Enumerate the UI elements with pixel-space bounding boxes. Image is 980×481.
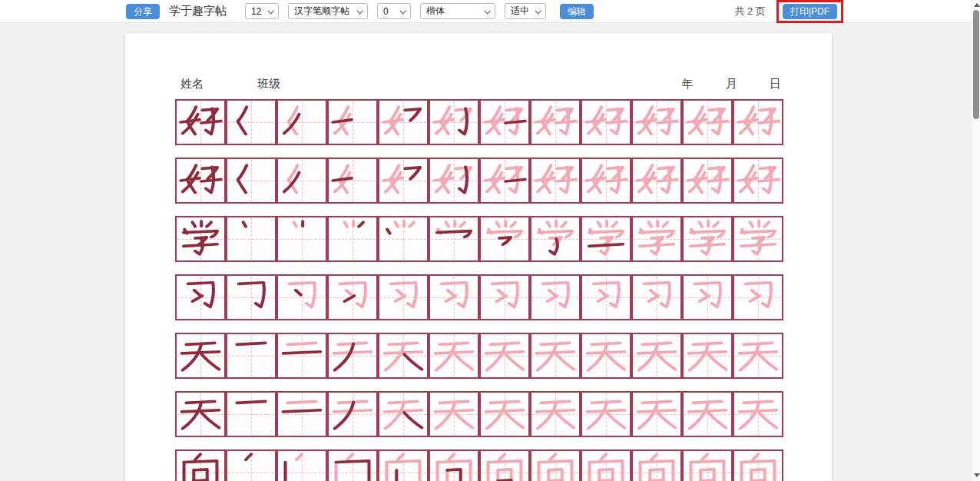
practice-cell <box>682 449 733 481</box>
practice-row <box>175 158 832 204</box>
practice-cell <box>226 449 276 481</box>
practice-cell <box>429 216 479 262</box>
toolbar-right-group: 共 2 页 打印|PDF <box>734 2 843 21</box>
practice-cell <box>327 274 378 320</box>
practice-cell <box>175 158 226 204</box>
practice-cell <box>175 99 226 145</box>
practice-cell <box>175 391 226 437</box>
share-button[interactable]: 分享 <box>126 4 160 19</box>
practice-cell <box>733 99 783 145</box>
practice-cell <box>682 216 733 262</box>
practice-cell <box>733 449 783 481</box>
practice-cell <box>530 449 581 481</box>
practice-cell <box>429 158 479 204</box>
practice-cell <box>733 158 783 204</box>
year-label: 年 <box>682 77 694 90</box>
font-size-select[interactable]: 12 <box>245 3 279 19</box>
practice-cell <box>327 391 378 437</box>
practice-cell <box>479 216 530 262</box>
practice-cell <box>479 158 530 204</box>
name-label: 姓名 <box>180 77 204 90</box>
page-count-label: 共 2 页 <box>734 5 765 18</box>
practice-cell <box>479 449 530 481</box>
practice-cell <box>226 216 276 262</box>
practice-cell <box>175 333 226 379</box>
chevron-down-icon <box>356 8 363 14</box>
practice-cell <box>175 449 226 481</box>
practice-cell <box>631 449 682 481</box>
practice-cell <box>378 158 429 204</box>
practice-cell <box>479 333 530 379</box>
practice-cell <box>276 391 327 437</box>
practice-cell <box>327 333 378 379</box>
practice-cell <box>276 274 327 320</box>
month-label: 月 <box>726 77 737 90</box>
practice-cell <box>276 216 327 262</box>
practice-cell <box>682 99 733 145</box>
practice-cell <box>378 333 429 379</box>
practice-cell <box>429 99 479 145</box>
sheet-header-right: 年 月 日 <box>653 77 781 91</box>
scroll-up-icon[interactable] <box>974 3 980 7</box>
scrollbar-thumb[interactable] <box>973 10 979 119</box>
practice-cell <box>327 216 378 262</box>
practice-cell <box>276 449 327 481</box>
sheet-header: 姓名 班级 年 月 日 <box>125 33 832 91</box>
practice-cell <box>479 274 530 320</box>
practice-cell <box>733 216 783 262</box>
offset-value: 0 <box>383 6 389 17</box>
practice-row <box>175 216 832 262</box>
practice-cell <box>530 216 581 262</box>
practice-cell <box>682 274 733 320</box>
day-label: 日 <box>770 77 781 90</box>
practice-cell <box>429 449 479 481</box>
practice-cell <box>581 158 631 204</box>
practice-cell <box>175 274 226 320</box>
density-select[interactable]: 适中 <box>505 3 546 19</box>
practice-cell <box>682 333 733 379</box>
practice-cell <box>429 391 479 437</box>
practice-cell <box>682 158 733 204</box>
practice-cell <box>479 391 530 437</box>
practice-row <box>175 99 832 145</box>
practice-cell <box>631 99 682 145</box>
practice-row <box>175 391 832 437</box>
practice-grid <box>175 99 832 481</box>
practice-cell <box>581 99 631 145</box>
practice-cell <box>530 99 581 145</box>
print-pdf-button[interactable]: 打印|PDF <box>783 4 837 19</box>
practice-cell <box>226 274 276 320</box>
practice-cell <box>631 158 682 204</box>
practice-cell <box>682 391 733 437</box>
practice-cell <box>226 391 276 437</box>
template-value: 汉字笔顺字帖 <box>294 5 349 18</box>
practice-cell <box>581 333 631 379</box>
practice-cell <box>530 333 581 379</box>
practice-cell <box>631 216 682 262</box>
template-select[interactable]: 汉字笔顺字帖 <box>288 3 368 19</box>
edit-button[interactable]: 编辑 <box>560 4 594 19</box>
practice-cell <box>327 158 378 204</box>
practice-cell <box>429 333 479 379</box>
practice-cell <box>581 449 631 481</box>
annotation-highlight-box: 打印|PDF <box>776 0 843 23</box>
practice-cell <box>378 99 429 145</box>
practice-cell <box>378 274 429 320</box>
practice-row <box>175 274 832 320</box>
chevron-down-icon <box>267 8 273 14</box>
vertical-scrollbar[interactable] <box>971 0 980 481</box>
density-value: 适中 <box>511 5 529 18</box>
practice-cell <box>530 158 581 204</box>
site-title: 学于趣字帖 <box>169 4 227 18</box>
chevron-down-icon <box>399 8 406 14</box>
offset-select[interactable]: 0 <box>377 3 411 19</box>
practice-cell <box>378 391 429 437</box>
scroll-down-icon[interactable] <box>974 473 980 477</box>
practice-cell <box>378 216 429 262</box>
practice-cell <box>530 391 581 437</box>
chevron-down-icon <box>535 8 541 14</box>
practice-cell <box>175 216 226 262</box>
practice-cell <box>226 333 276 379</box>
font-select[interactable]: 楷体 <box>420 3 495 19</box>
practice-cell <box>581 391 631 437</box>
